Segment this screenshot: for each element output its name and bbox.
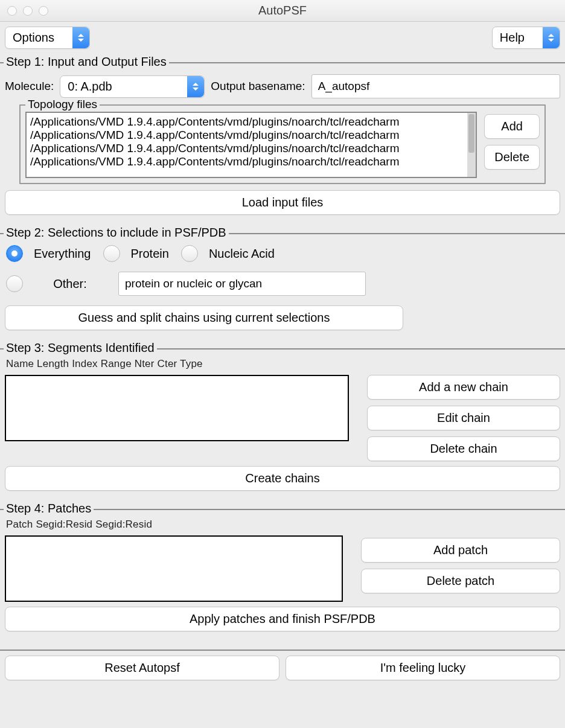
list-item[interactable]: /Applications/VMD 1.9.4.app/Contents/vmd… — [30, 155, 464, 168]
create-chains-button[interactable]: Create chains — [5, 466, 560, 491]
step3-legend: Step 3: Segments Identified — [4, 341, 157, 355]
help-label: Help — [500, 31, 543, 45]
add-topology-button[interactable]: Add — [484, 114, 540, 139]
list-item[interactable]: /Applications/VMD 1.9.4.app/Contents/vmd… — [30, 129, 464, 142]
segments-listbox[interactable] — [5, 375, 349, 441]
add-chain-button[interactable]: Add a new chain — [367, 375, 560, 400]
options-menu[interactable]: Options — [5, 27, 90, 49]
delete-topology-button[interactable]: Delete — [484, 145, 540, 170]
guess-split-button[interactable]: Guess and split chains using current sel… — [5, 305, 403, 330]
topology-list-wrap: /Applications/VMD 1.9.4.app/Contents/vmd… — [25, 112, 477, 178]
output-label: Output basename: — [211, 80, 305, 93]
radio-label: Protein — [131, 247, 169, 261]
step2-legend: Step 2: Selections to include in PSF/PDB — [4, 226, 229, 240]
other-selection-input[interactable] — [118, 272, 366, 296]
add-patch-button[interactable]: Add patch — [361, 538, 560, 563]
patches-columns: Patch Segid:Resid Segid:Resid — [5, 516, 560, 535]
radio-label: Nucleic Acid — [209, 247, 275, 261]
delete-patch-button[interactable]: Delete patch — [361, 569, 560, 593]
molecule-label: Molecule: — [5, 80, 54, 93]
apply-patches-button[interactable]: Apply patches and finish PSF/PDB — [5, 607, 560, 631]
menubar: Options Help — [0, 22, 565, 54]
radio-icon — [6, 245, 23, 262]
load-input-files-button[interactable]: Load input files — [5, 190, 560, 215]
molecule-selected: 0: A.pdb — [68, 80, 187, 94]
list-item[interactable]: /Applications/VMD 1.9.4.app/Contents/vmd… — [30, 115, 464, 129]
stepper-icon — [72, 27, 89, 48]
topology-group: Topology files /Applications/VMD 1.9.4.a… — [19, 104, 546, 184]
radio-icon — [6, 275, 23, 292]
radio-nucleic[interactable]: Nucleic Acid — [181, 245, 275, 262]
radio-label: Everything — [34, 247, 91, 261]
edit-chain-button[interactable]: Edit chain — [367, 406, 560, 430]
stepper-icon — [187, 76, 204, 97]
radio-other[interactable]: Other: — [6, 275, 106, 292]
stepper-icon — [543, 27, 560, 48]
segments-columns: Name Length Index Range Nter Cter Type — [5, 356, 560, 375]
radio-label: Other: — [34, 277, 106, 291]
list-item[interactable]: /Applications/VMD 1.9.4.app/Contents/vmd… — [30, 142, 464, 155]
step3-group: Step 3: Segments Identified Name Length … — [0, 348, 565, 500]
radio-icon — [103, 245, 120, 262]
topology-scrollbar[interactable] — [467, 112, 477, 178]
step4-group: Step 4: Patches Patch Segid:Resid Segid:… — [0, 509, 565, 641]
help-menu[interactable]: Help — [492, 27, 560, 49]
step2-group: Step 2: Selections to include in PSF/PDB… — [0, 233, 565, 340]
titlebar: AutoPSF — [0, 0, 565, 22]
window-title: AutoPSF — [0, 4, 565, 18]
radio-icon — [181, 245, 198, 262]
delete-chain-button[interactable]: Delete chain — [367, 436, 560, 461]
feeling-lucky-button[interactable]: I'm feeling lucky — [286, 656, 560, 680]
molecule-select[interactable]: 0: A.pdb — [60, 75, 205, 98]
topology-listbox[interactable]: /Applications/VMD 1.9.4.app/Contents/vmd… — [25, 112, 467, 178]
molecule-row: Molecule: 0: A.pdb Output basename: — [5, 74, 560, 98]
radio-protein[interactable]: Protein — [103, 245, 169, 262]
patches-listbox[interactable] — [5, 535, 343, 602]
step4-legend: Step 4: Patches — [4, 502, 94, 516]
step1-group: Step 1: Input and Output Files Molecule:… — [0, 62, 565, 225]
step1-legend: Step 1: Input and Output Files — [4, 55, 169, 69]
topology-legend: Topology files — [25, 98, 100, 111]
options-label: Options — [13, 31, 72, 45]
reset-autopsf-button[interactable]: Reset Autopsf — [5, 656, 279, 680]
footer-buttons: Reset Autopsf I'm feeling lucky — [0, 650, 565, 685]
radio-everything[interactable]: Everything — [6, 245, 91, 262]
output-basename-input[interactable] — [311, 74, 560, 98]
